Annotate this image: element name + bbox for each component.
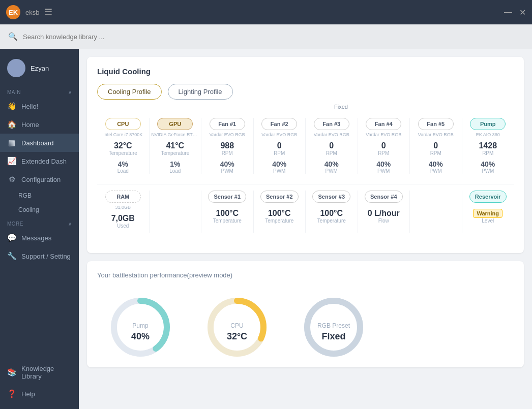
donut-value-cpu-donut: 32°C	[227, 331, 247, 342]
device-value-fan5: 0	[433, 141, 438, 150]
device-value-pump: 1428	[479, 141, 497, 150]
device-chip-sensor4[interactable]: Sensor #4	[365, 191, 403, 203]
tab-lighting-profile[interactable]: Lighting Profile	[168, 84, 233, 100]
device-chip-sensor2[interactable]: Sensor #2	[260, 191, 299, 203]
device-unit-sensor4: Flow	[378, 218, 389, 224]
sidebar-item-configuration[interactable]: ⚙ Configuration	[0, 170, 79, 188]
device-value-sensor3: 100°C	[320, 209, 343, 218]
device-col-gpu: GPU NVIDIA GeForce RTX 2080 Si 41°C Temp…	[150, 118, 202, 174]
title-bar-controls: — ✕	[504, 8, 526, 17]
device-unit-fan3: RPM	[326, 150, 337, 156]
messages-icon: 💬	[7, 233, 16, 242]
donut-value-pump-donut: 40%	[131, 331, 150, 342]
device-percent-gpu: 1%	[170, 160, 180, 168]
device-col-reservoir: Reservoir Warning Level	[462, 191, 514, 233]
configuration-icon: ⚙	[7, 175, 16, 184]
help-icon: ❓	[7, 389, 16, 398]
hello-icon: 👋	[7, 102, 16, 111]
device-col-fan3: Fan #3 Vardar EVO RGB 0 RPM 40% PWM	[306, 118, 358, 174]
device-col-fan2: Fan #2 Vardar EVO RGB 0 RPM 40% PWM	[254, 118, 306, 174]
liquid-cooling-title: Liquid Cooling	[97, 67, 514, 76]
device-value-sensor1: 100°C	[216, 209, 239, 218]
device-unit-sensor1: Temperature	[213, 218, 242, 224]
donut-cpu-donut: CPU 32°C	[204, 294, 270, 352]
sidebar-item-help[interactable]: ❓ Help	[0, 385, 79, 403]
device-sublabel-pump: EK AIO 360	[464, 132, 512, 137]
sidebar-item-cooling[interactable]: Cooling	[0, 203, 79, 217]
close-button[interactable]: ✕	[519, 8, 526, 17]
sidebar-item-rgb[interactable]: RGB	[0, 188, 79, 203]
sidebar-item-home[interactable]: 🏠 Home	[0, 115, 79, 134]
knowledge-library-icon: 📚	[7, 368, 16, 377]
title-bar-left: EK eksb ☰	[6, 5, 52, 19]
device-chip-sensor3[interactable]: Sensor #3	[312, 191, 350, 203]
device-chip-gpu[interactable]: GPU	[157, 118, 193, 130]
minimize-button[interactable]: —	[504, 8, 512, 17]
sidebar-item-extended-dash[interactable]: 📈 Extended Dash	[0, 152, 79, 170]
device-percent-fan2: 40%	[272, 160, 286, 168]
device-chip-fan5[interactable]: Fan #5	[418, 118, 454, 130]
device-percent-fan3: 40%	[324, 160, 339, 168]
tab-cooling-profile[interactable]: Cooling Profile	[97, 84, 162, 100]
sidebar-item-messages[interactable]: 💬 Messages	[0, 229, 79, 247]
device-unit-reservoir: Level	[482, 218, 494, 224]
device-chip-ram[interactable]: RAM	[105, 191, 141, 203]
device-unit-fan4: RPM	[378, 150, 389, 156]
device-chip-fan4[interactable]: Fan #4	[366, 118, 401, 130]
profile-tabs: Cooling Profile Lighting Profile	[97, 84, 514, 100]
device-unit2-fan5: PWM	[430, 168, 442, 174]
search-icon: 🔍	[8, 32, 18, 41]
extended-dash-icon: 📈	[7, 156, 16, 166]
device-unit2-fan2: PWM	[273, 168, 285, 174]
device-percent-fan4: 40%	[376, 160, 391, 168]
device-sublabel-fan2: Vardar EVO RGB	[256, 132, 304, 137]
sidebar-item-dashboard[interactable]: ▦ Dashboard	[0, 134, 79, 152]
sidebar-item-support[interactable]: 🔧 Support / Setting	[0, 247, 79, 265]
username: Ezyan	[31, 65, 49, 72]
device-sublabel-gpu: NVIDIA GeForce RTX 2080 Si	[152, 132, 199, 137]
donut-label-pump-donut: Pump	[131, 322, 150, 329]
device-value-ram: 7,0GB	[111, 214, 135, 223]
device-chip-pump[interactable]: Pump	[470, 118, 506, 130]
device-unit-sensor3: Temperature	[317, 218, 346, 224]
device-chip-fan1[interactable]: Fan #1	[210, 118, 245, 130]
device-sublabel-fan5: Vardar EVO RGB	[412, 132, 460, 137]
device-value-sensor4: 0 L/hour	[368, 209, 400, 218]
app-icon: EK	[6, 5, 20, 19]
avatar	[7, 59, 25, 77]
device-col-sensor3: Sensor #3 100°C Temperature	[306, 191, 358, 233]
device-chip-reservoir[interactable]: Reservoir	[469, 191, 507, 203]
title-bar: EK eksb ☰ — ✕	[0, 0, 532, 24]
device-chip-fan2[interactable]: Fan #2	[261, 118, 297, 130]
device-col-empty2	[410, 191, 462, 233]
device-unit2-fan3: PWM	[326, 168, 338, 174]
device-value-fan3: 0	[329, 141, 334, 150]
device-sublabel-cpu: Intel Core i7 8700K	[99, 132, 147, 137]
donut-rgb-donut: RGB Preset Fixed	[301, 294, 367, 352]
device-col-fan5: Fan #5 Vardar EVO RGB 0 RPM 40% PWM	[410, 118, 462, 174]
device-sublabel-fan1: Vardar EVO RGB	[203, 132, 251, 137]
device-col-fan4: Fan #4 Vardar EVO RGB 0 RPM 40% PWM	[358, 118, 410, 174]
sidebar-section-main: Main ∧	[0, 85, 79, 97]
device-col-empty1	[150, 191, 202, 233]
device-value-cpu: 32°C	[114, 141, 132, 150]
donut-label-rgb-donut: RGB Preset	[317, 322, 350, 329]
warning-badge: Warning	[473, 209, 503, 218]
device-value-gpu: 41°C	[166, 141, 184, 150]
sidebar-item-knowledge-library[interactable]: 📚 Knowledge Library	[0, 360, 79, 385]
device-unit2-cpu: Load	[117, 168, 129, 174]
sidebar-item-hello[interactable]: 👋 Hello!	[0, 97, 79, 115]
home-icon: 🏠	[7, 120, 16, 129]
content-area: Liquid Cooling Cooling Profile Lighting …	[79, 49, 532, 409]
device-chip-fan3[interactable]: Fan #3	[314, 118, 349, 130]
device-chip-sensor1[interactable]: Sensor #1	[208, 191, 246, 203]
hamburger-icon[interactable]: ☰	[44, 7, 52, 18]
device-percent-pump: 40%	[481, 160, 495, 168]
device-sublabel-fan4: Vardar EVO RGB	[360, 132, 408, 137]
device-unit-gpu: Temperature	[161, 150, 189, 156]
search-input[interactable]	[23, 33, 175, 41]
device-chip-cpu[interactable]: CPU	[105, 118, 141, 130]
device-col-pump: Pump EK AIO 360 1428 RPM 40% PWM	[462, 118, 514, 174]
device-value-fan2: 0	[277, 141, 282, 150]
devices-row-1: CPU Intel Core i7 8700K 32°C Temperature…	[97, 118, 514, 174]
